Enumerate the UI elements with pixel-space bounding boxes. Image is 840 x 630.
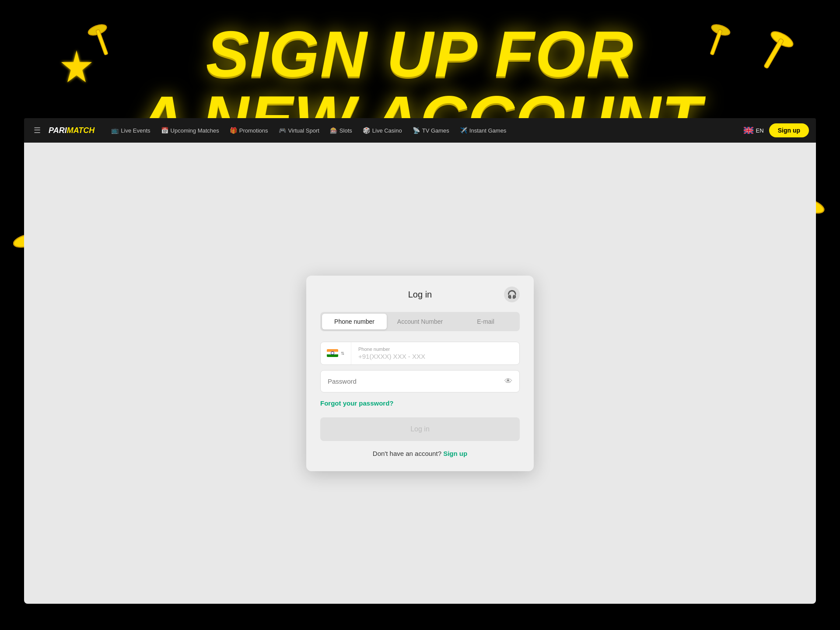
toggle-password-icon[interactable]: 👁 xyxy=(504,377,512,386)
live-events-icon: 📺 xyxy=(111,127,119,134)
nav-slots[interactable]: 🎰 Slots xyxy=(326,124,357,136)
deco-ribbon-top-right-corner xyxy=(748,26,801,79)
promotions-label: Promotions xyxy=(239,127,268,134)
phone-input-inner: Phone number +91(XXXX) XXX - XXX xyxy=(351,342,519,364)
navbar: ☰ PARI MATCH 📺 Live Events 📅 Upcoming Ma… xyxy=(24,118,816,143)
tv-games-label: TV Games xyxy=(422,127,449,134)
svg-rect-3 xyxy=(96,29,108,55)
svg-rect-12 xyxy=(764,38,784,69)
headset-icon: 🎧 xyxy=(507,290,517,299)
upcoming-matches-icon: 📅 xyxy=(161,127,168,134)
slots-icon: 🎰 xyxy=(330,127,337,134)
nav-right: EN Sign up xyxy=(744,123,809,137)
svg-rect-8 xyxy=(710,29,722,55)
svg-point-10 xyxy=(769,28,795,50)
signup-link[interactable]: Sign up xyxy=(443,450,467,457)
modal-title: Log in xyxy=(408,290,432,300)
virtual-sport-icon: 🎮 xyxy=(279,127,286,134)
tv-games-icon: 📡 xyxy=(413,127,420,134)
india-flag-icon xyxy=(327,349,338,357)
instant-games-icon: ✈️ xyxy=(460,127,467,134)
svg-rect-7 xyxy=(710,29,722,55)
virtual-sport-label: Virtual Sport xyxy=(288,127,319,134)
upcoming-matches-label: Upcoming Matches xyxy=(171,127,219,134)
svg-point-6 xyxy=(710,22,731,37)
svg-marker-0 xyxy=(61,50,92,82)
language-selector[interactable]: EN xyxy=(744,127,764,134)
password-group: 👁 xyxy=(320,370,520,392)
svg-rect-4 xyxy=(96,29,108,55)
nav-upcoming-matches[interactable]: 📅 Upcoming Matches xyxy=(157,124,224,136)
modal-header: Log in 🎧 xyxy=(320,290,520,300)
login-modal: Log in 🎧 Phone number Account Number E-m… xyxy=(306,276,534,471)
uk-flag-icon xyxy=(744,127,753,134)
hero-title-line1: SIGN UP FOR xyxy=(0,22,840,87)
phone-input-group: ⇅ Phone number +91(XXXX) XXX - XXX xyxy=(320,342,520,365)
svg-rect-11 xyxy=(764,38,784,69)
deco-star-top-left xyxy=(57,48,96,88)
logo-match: MATCH xyxy=(67,126,95,135)
country-selector[interactable]: ⇅ xyxy=(321,342,351,364)
tab-email[interactable]: E-mail xyxy=(453,314,518,329)
live-casino-label: Live Casino xyxy=(372,127,402,134)
promotions-icon: 🎁 xyxy=(230,127,237,134)
deco-ribbon-top-left xyxy=(88,13,131,61)
live-events-label: Live Events xyxy=(121,127,150,134)
login-tabs: Phone number Account Number E-mail xyxy=(320,312,520,331)
nav-promotions[interactable]: 🎁 Promotions xyxy=(225,124,273,136)
svg-point-1 xyxy=(88,22,108,37)
signup-prompt-text: Don't have an account? xyxy=(373,450,441,457)
support-button[interactable]: 🎧 xyxy=(504,287,520,302)
instant-games-label: Instant Games xyxy=(469,127,507,134)
logo[interactable]: PARI MATCH xyxy=(49,126,94,135)
login-button[interactable]: Log in xyxy=(320,417,520,441)
forgot-password-link[interactable]: Forgot your password? xyxy=(320,399,520,407)
signup-prompt: Don't have an account? Sign up xyxy=(320,450,520,457)
tab-account-number[interactable]: Account Number xyxy=(388,314,452,329)
nav-virtual-sport[interactable]: 🎮 Virtual Sport xyxy=(274,124,324,136)
phone-placeholder: +91(XXXX) XXX - XXX xyxy=(358,353,512,360)
password-input[interactable] xyxy=(328,371,504,392)
main-content: Log in 🎧 Phone number Account Number E-m… xyxy=(24,143,816,604)
logo-pari: PARI xyxy=(49,126,67,135)
language-code: EN xyxy=(756,127,764,134)
tab-phone-number[interactable]: Phone number xyxy=(322,314,387,329)
svg-point-5 xyxy=(710,22,731,37)
hamburger-menu[interactable]: ☰ xyxy=(31,123,43,138)
nav-instant-games[interactable]: ✈️ Instant Games xyxy=(455,124,511,136)
phone-label: Phone number xyxy=(358,346,512,352)
live-casino-icon: 🎲 xyxy=(363,127,370,134)
country-chevron-icon: ⇅ xyxy=(341,351,344,356)
nav-live-casino[interactable]: 🎲 Live Casino xyxy=(358,124,406,136)
nav-live-events[interactable]: 📺 Live Events xyxy=(107,124,154,136)
nav-items: 📺 Live Events 📅 Upcoming Matches 🎁 Promo… xyxy=(107,124,740,136)
signup-button[interactable]: Sign up xyxy=(769,123,809,137)
svg-point-9 xyxy=(769,28,795,50)
nav-tv-games[interactable]: 📡 TV Games xyxy=(408,124,454,136)
svg-point-2 xyxy=(88,22,108,37)
deco-ribbon-top-right xyxy=(687,13,731,61)
slots-label: Slots xyxy=(340,127,352,134)
